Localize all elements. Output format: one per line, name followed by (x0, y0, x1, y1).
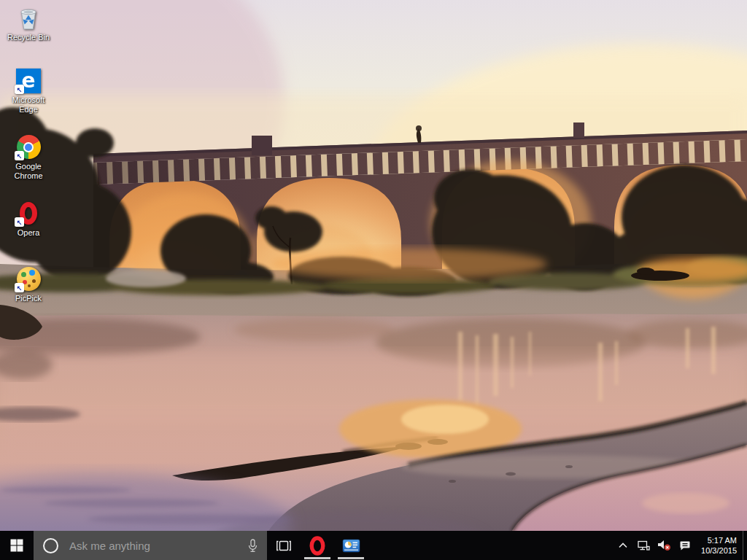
picpick-icon: ↖ (16, 267, 41, 292)
windows-desktop-screen: Recycle Bin e ↖ Microsoft Edge ↖ Google … (0, 0, 747, 560)
desktop-icon-label: Opera (18, 228, 40, 238)
task-view-icon (276, 540, 291, 551)
desktop-icon-picpick[interactable]: ↖ PicPick (4, 267, 53, 303)
taskbar: 5:17 AM 10/3/2015 (0, 531, 747, 560)
desktop-icon-label: Google Chrome (4, 162, 53, 181)
desktop-icon-label: Recycle Bin (7, 33, 50, 42)
running-indicator (304, 557, 330, 559)
system-tray: 5:17 AM 10/3/2015 (612, 531, 747, 560)
clock-time: 5:17 AM (699, 535, 737, 545)
volume-muted-icon (657, 540, 671, 551)
show-hidden-icons-button[interactable] (612, 531, 634, 560)
desktop-surface[interactable]: Recycle Bin e ↖ Microsoft Edge ↖ Google … (0, 0, 747, 531)
desktop-icon-google-chrome[interactable]: ↖ Google Chrome (4, 135, 53, 181)
network-tray-button[interactable] (634, 531, 654, 560)
desktop-icon-recycle-bin[interactable]: Recycle Bin (4, 6, 53, 42)
desktop-icon-microsoft-edge[interactable]: e ↖ Microsoft Edge (4, 69, 53, 114)
chart-app-icon (342, 539, 360, 553)
task-view-button[interactable] (267, 531, 301, 560)
recycle-bin-icon (16, 6, 41, 31)
taskbar-app-chart[interactable] (334, 531, 368, 560)
desktop-icon-label: PicPick (15, 294, 42, 303)
cortana-ring-icon (43, 538, 58, 553)
action-center-button[interactable] (675, 531, 694, 560)
action-center-icon (679, 540, 691, 551)
shortcut-arrow-icon: ↖ (15, 151, 24, 160)
search-box[interactable] (34, 531, 267, 560)
network-icon (638, 540, 650, 551)
clock-date: 10/3/2015 (699, 545, 737, 556)
desktop-icon-opera[interactable]: ↖ Opera (4, 201, 53, 238)
opera-icon (309, 536, 325, 556)
show-desktop-button[interactable] (743, 531, 747, 560)
start-icon (10, 539, 23, 552)
search-input[interactable] (68, 539, 247, 553)
hidden-icons-chevron-icon (619, 542, 627, 548)
microsoft-edge-icon: e ↖ (16, 69, 41, 93)
volume-tray-button[interactable] (654, 531, 675, 560)
google-chrome-icon: ↖ (16, 135, 41, 160)
shortcut-arrow-icon: ↖ (15, 85, 24, 94)
clock[interactable]: 5:17 AM 10/3/2015 (694, 531, 743, 560)
opera-icon: ↖ (16, 201, 41, 226)
wallpaper-image (0, 0, 747, 531)
microphone-icon[interactable] (247, 539, 258, 553)
start-button[interactable] (0, 531, 34, 560)
desktop-icon-label: Microsoft Edge (4, 96, 53, 114)
running-indicator (338, 557, 364, 559)
shortcut-arrow-icon: ↖ (15, 217, 24, 227)
shortcut-arrow-icon: ↖ (15, 283, 24, 292)
taskbar-app-opera[interactable] (301, 531, 334, 560)
